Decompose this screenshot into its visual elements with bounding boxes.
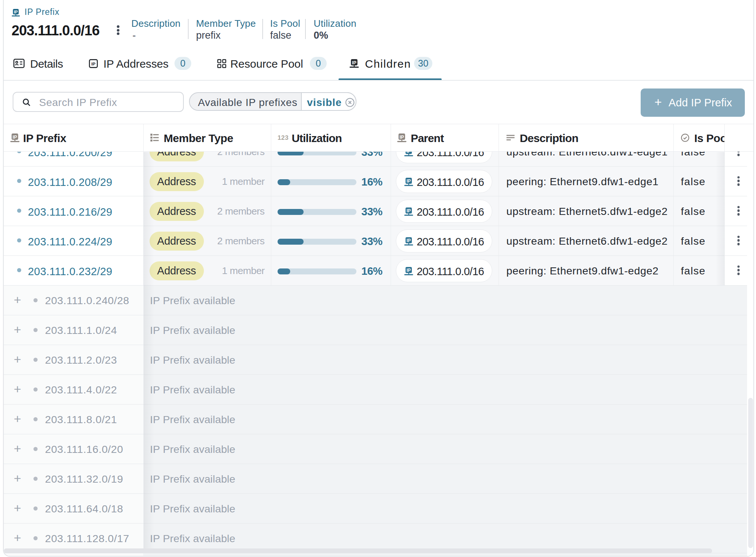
svg-text:IP: IP bbox=[406, 178, 410, 184]
svg-text:IP: IP bbox=[14, 9, 17, 14]
svg-text:IP: IP bbox=[406, 268, 410, 273]
svg-text:IP: IP bbox=[400, 135, 404, 140]
svg-text:IP: IP bbox=[92, 62, 96, 66]
svg-text:IP: IP bbox=[13, 135, 17, 140]
svg-text:IP: IP bbox=[352, 60, 356, 65]
svg-text:IP: IP bbox=[406, 208, 410, 213]
svg-text:IP: IP bbox=[406, 238, 410, 243]
